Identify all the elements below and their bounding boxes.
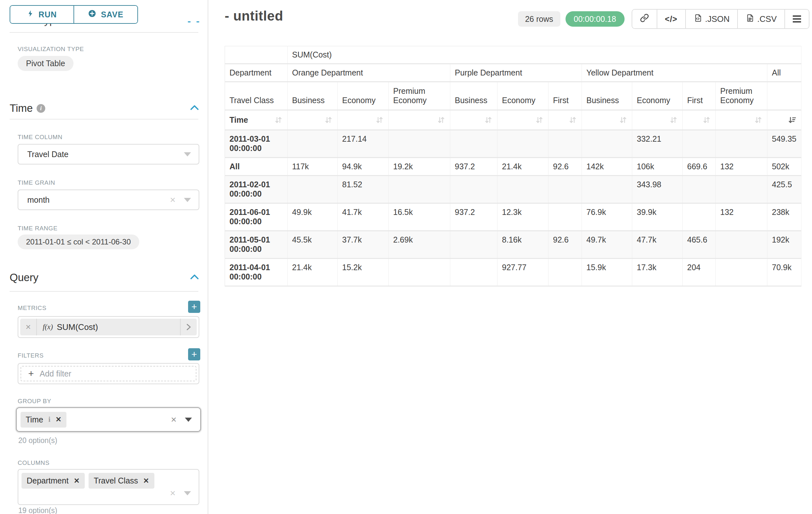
travel-class-header-row: Travel Class BusinessEconomyPremium Econ… [225, 82, 802, 110]
pivot-cell: 502k [767, 158, 802, 176]
pivot-cell: 94.9k [338, 158, 389, 176]
metric-label[interactable]: f(x) SUM(Cost) [37, 319, 180, 335]
travel-class-header: Premium Economy [716, 82, 767, 110]
pivot-cell [716, 259, 767, 286]
columns-label: COLUMNS [18, 459, 50, 466]
sort-icon[interactable] [535, 116, 544, 124]
time-grain-label: TIME GRAIN [18, 179, 55, 186]
add-metric-button[interactable]: + [188, 301, 200, 313]
sortable-column-header[interactable] [497, 110, 549, 130]
metric-item[interactable]: × f(x) SUM(Cost) [20, 319, 197, 335]
pivot-cell [549, 130, 582, 158]
sort-icon[interactable] [324, 116, 333, 124]
menu-button[interactable] [784, 10, 809, 28]
pivot-cell: 106k [632, 158, 683, 176]
time-section-header: Time i [10, 102, 199, 114]
sort-icon[interactable] [484, 116, 493, 124]
metric-header-row: SUM(Cost) [225, 46, 802, 64]
pivot-cell: 132 [716, 158, 767, 176]
remove-tag-icon[interactable]: ✕ [56, 415, 61, 424]
pivot-cell: 41.7k [338, 204, 389, 231]
chevron-right-icon[interactable] [180, 319, 197, 335]
travel-class-header [767, 82, 802, 110]
sortable-column-header[interactable] [288, 110, 338, 130]
travel-class-header: First [683, 82, 716, 110]
chevron-up-icon[interactable] [190, 274, 199, 281]
control-panel-sidebar: Chart Type RUN SAVE VISUALIZATION TYPE P… [0, 0, 208, 514]
pivot-cell: 92.6 [549, 231, 582, 259]
sortable-column-header[interactable] [338, 110, 389, 130]
sort-icon[interactable] [375, 116, 384, 124]
columns-tag[interactable]: Travel Class ✕ [89, 473, 154, 489]
query-timer-badge: 00:00:00.18 [566, 11, 625, 27]
sort-icon[interactable] [619, 116, 628, 124]
chevron-down-icon[interactable] [184, 491, 191, 495]
pivot-row: 2011-06-01 00:00:0049.9k41.7k16.5k937.21… [225, 204, 802, 231]
sortable-column-header[interactable] [716, 110, 767, 130]
sortable-column-header[interactable] [683, 110, 716, 130]
pivot-cell: 45.5k [288, 231, 338, 259]
pivot-cell: 238k [767, 204, 802, 231]
sort-icon[interactable] [569, 116, 577, 124]
sort-icon[interactable] [702, 116, 711, 124]
export-json-button[interactable]: .JSON [685, 10, 737, 28]
clear-icon[interactable]: × [170, 195, 176, 205]
sortable-column-header[interactable] [450, 110, 497, 130]
sortable-column-header[interactable] [632, 110, 683, 130]
time-column-select[interactable]: Travel Date [18, 144, 199, 164]
pivot-cell [389, 259, 450, 286]
group-by-tag[interactable]: Time i ✕ [21, 412, 66, 428]
export-csv-button[interactable]: .CSV [737, 10, 784, 28]
visualization-type-value[interactable]: Pivot Table [18, 56, 74, 71]
pivot-row: 2011-05-01 00:00:0045.5k37.7k2.69k8.16k9… [225, 231, 802, 259]
share-link-button[interactable] [632, 10, 657, 28]
sortable-column-header[interactable]: Time [225, 110, 288, 130]
chevron-up-icon[interactable] [190, 105, 199, 112]
pivot-cell [450, 130, 497, 158]
travel-class-header: Business [582, 82, 632, 110]
pivot-cell: 2.69k [389, 231, 450, 259]
sortable-column-header[interactable] [549, 110, 582, 130]
remove-metric-icon[interactable]: × [20, 319, 37, 335]
add-filter-plus-button[interactable]: + [188, 348, 200, 360]
clear-icon[interactable]: × [170, 488, 176, 498]
pivot-cell: 76.9k [582, 204, 632, 231]
add-filter-button[interactable]: + Add filter [21, 366, 196, 381]
sortable-column-header[interactable] [389, 110, 450, 130]
sort-icon[interactable] [274, 116, 283, 124]
save-button[interactable]: SAVE [74, 6, 137, 23]
travel-class-header: Business [288, 82, 338, 110]
pivot-cell: 465.6 [683, 231, 716, 259]
group-by-select[interactable]: Time i ✕ × [16, 407, 201, 432]
pivot-table: SUM(Cost) Department Orange Department P… [225, 46, 802, 287]
travel-class-row-label: Travel Class [225, 82, 288, 110]
pivot-row: All117k94.9k19.2k937.221.4k92.6142k106k6… [225, 158, 802, 176]
sortable-column-header[interactable] [582, 110, 632, 130]
pivot-cell: 117k [288, 158, 338, 176]
columns-select[interactable]: Department ✕ Travel Class ✕ × [18, 469, 199, 505]
remove-tag-icon[interactable]: ✕ [74, 477, 80, 485]
sortable-column-header[interactable] [767, 110, 802, 130]
pivot-cell: 70.9k [767, 259, 802, 286]
chevron-down-icon[interactable] [185, 417, 192, 422]
run-button[interactable]: RUN [10, 6, 74, 23]
pivot-cell [716, 231, 767, 259]
columns-tag[interactable]: Department ✕ [22, 473, 85, 489]
clear-icon[interactable]: × [171, 415, 176, 424]
pivot-cell: 39.9k [632, 204, 683, 231]
sort-descending-active-icon[interactable] [788, 116, 796, 124]
info-icon: i [37, 104, 45, 113]
time-range-value[interactable]: 2011-01-01 ≤ col < 2011-06-30 [18, 235, 139, 249]
time-grain-select[interactable]: month × [18, 190, 199, 210]
view-query-button[interactable]: </> [657, 10, 685, 28]
sort-icon[interactable] [437, 116, 445, 124]
pivot-cell: 669.6 [683, 158, 716, 176]
sort-icon[interactable] [669, 116, 678, 124]
pivot-cell: 937.2 [450, 158, 497, 176]
remove-tag-icon[interactable]: ✕ [143, 477, 149, 485]
sort-icon[interactable] [754, 116, 762, 124]
travel-class-header: Economy [338, 82, 389, 110]
pivot-cell: 425.5 [767, 176, 802, 204]
pivot-cell [450, 259, 497, 286]
chevron-down-icon [184, 152, 191, 157]
